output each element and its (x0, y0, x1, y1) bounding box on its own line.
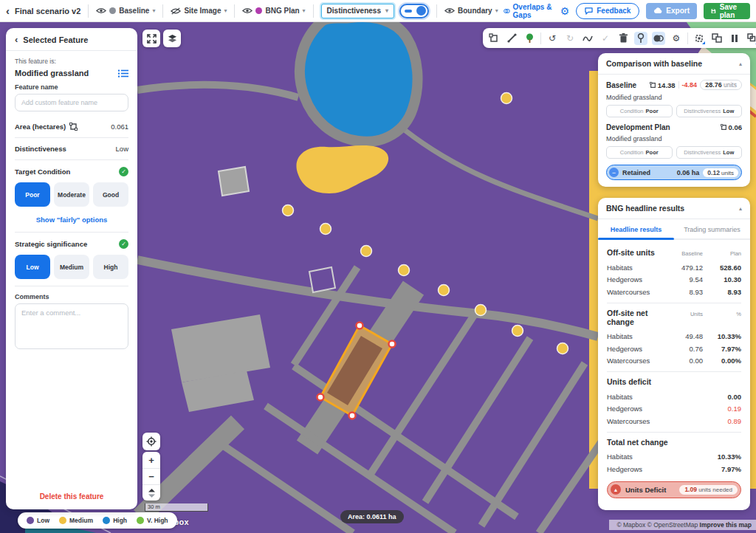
split-tool[interactable] (728, 32, 741, 45)
overlaps-gaps-button[interactable]: Overlaps & Gaps (504, 3, 554, 19)
significance-medium-button[interactable]: Medium (54, 255, 89, 279)
draw-polygon-tool[interactable] (487, 32, 501, 45)
improve-map-link[interactable]: Improve this map (700, 521, 752, 529)
distinctiveness-legend: Low Medium High V. High (18, 512, 177, 529)
map-settings-button[interactable]: ⚙ (670, 32, 683, 45)
tree-marker[interactable] (557, 343, 568, 354)
layers-button[interactable] (163, 30, 181, 47)
trash-icon (619, 33, 628, 43)
units-suffix: units (724, 81, 737, 89)
tree-marker[interactable] (361, 246, 372, 257)
condition-moderate-button[interactable]: Moderate (54, 182, 89, 207)
feature-type-value: Modified grassland (15, 69, 89, 78)
display-mode-select[interactable]: Distinctiveness ▾ (321, 4, 394, 18)
draw-line-tool[interactable] (505, 32, 518, 45)
freehand-tool[interactable] (581, 32, 594, 45)
vertex-handle[interactable] (349, 413, 356, 419)
distinctiveness-label: Distinctiveness (15, 145, 66, 153)
vhigh-color-dot (137, 517, 144, 524)
settings-gear-icon[interactable]: ⚙ (560, 6, 570, 16)
polygon-area-icon (650, 82, 656, 89)
chevron-down-icon: ▾ (224, 7, 227, 14)
display-mode-value: Distinctiveness (327, 7, 381, 15)
duplicate-tool[interactable] (746, 32, 756, 45)
baseline-condition-pill: Condition Poor (606, 105, 673, 117)
significance-high-button[interactable]: High (93, 255, 128, 279)
show-fairly-options-link[interactable]: Show "fairly" options (15, 216, 128, 224)
feature-name-input[interactable] (15, 94, 128, 111)
layer-bng-plan-dropdown[interactable]: BNG Plan ▾ (242, 7, 305, 15)
fullscreen-button[interactable] (142, 30, 160, 47)
boundary-dropdown[interactable]: Boundary ▾ (444, 7, 498, 15)
display-mode-toggle[interactable] (399, 4, 429, 18)
app-window: ‹ Final scenario v2 Baseline ▾ Site Imag… (0, 0, 756, 533)
collapse-chevron-icon[interactable]: ▴ (739, 205, 742, 212)
retained-row[interactable]: − Retained 0.06 ha 0.12 units (606, 165, 742, 180)
condition-poor-button[interactable]: Poor (15, 182, 50, 207)
baseline-habitat: Modified grassland (606, 94, 742, 101)
polygon-tool-icon (489, 33, 499, 44)
back-chevron-icon[interactable]: ‹ (15, 35, 18, 44)
delete-button[interactable] (616, 32, 630, 45)
transform-icon (712, 33, 722, 43)
legend-item-medium: Medium (59, 517, 93, 524)
chevron-down-icon: ▾ (152, 7, 155, 14)
vertex-handle[interactable] (357, 323, 363, 329)
select-all-tool[interactable] (693, 32, 706, 45)
layer-baseline-dropdown[interactable]: Baseline ▾ (96, 7, 155, 15)
units-deficit-banner: ▲ Units Deficit 1.09 units needed (607, 481, 741, 498)
merge-shapes-tool[interactable] (652, 32, 665, 45)
collapse-chevron-icon[interactable]: ▴ (739, 61, 742, 67)
tree-marker[interactable] (283, 205, 294, 216)
table-row: Habitats0.00 (607, 391, 741, 403)
undo-button[interactable]: ↺ (546, 32, 559, 45)
plant-tree-tool[interactable] (523, 32, 536, 45)
habitat-list-icon[interactable] (118, 69, 128, 78)
delete-feature-link[interactable]: Delete this feature (15, 492, 128, 501)
strategic-significance-options: Low Medium High (15, 255, 128, 279)
split-icon (731, 34, 738, 43)
tab-trading-summaries[interactable]: Trading summaries (674, 219, 750, 238)
legend-item-high: High (103, 517, 127, 524)
redo-button[interactable]: ↻ (563, 32, 577, 45)
map-pond-high-distinctiveness[interactable] (300, 17, 418, 142)
merge-shapes-icon (653, 34, 664, 43)
snap-pin-tool[interactable] (634, 32, 647, 45)
tree-marker[interactable] (320, 224, 331, 235)
tree-marker[interactable] (501, 93, 512, 104)
transform-tool[interactable] (710, 32, 724, 45)
table-row: Hedgerows7.97% (607, 463, 741, 475)
vertex-handle[interactable] (317, 394, 324, 401)
fullscreen-icon (147, 34, 157, 44)
tree-marker[interactable] (475, 305, 487, 316)
baseline-color-dot (109, 7, 116, 14)
back-chevron-icon[interactable]: ‹ (6, 5, 10, 16)
zoom-out-button[interactable]: − (142, 468, 160, 484)
comment-textarea[interactable] (15, 303, 128, 349)
plan-habitat: Modified grassland (606, 135, 742, 142)
total-net-change-section: Total net change Habitats10.33% Hedgerow… (607, 432, 741, 503)
overlaps-gaps-label: Overlaps & Gaps (513, 3, 554, 19)
area-measurement-tooltip: Area: 0.0611 ha (340, 510, 404, 523)
locate-button[interactable] (142, 433, 160, 450)
divider (234, 4, 235, 18)
panel-title: Selected Feature (23, 35, 88, 44)
export-button[interactable]: Export (646, 3, 697, 19)
confirm-button[interactable]: ✓ (599, 32, 612, 45)
condition-good-button[interactable]: Good (93, 182, 128, 207)
save-plan-button[interactable]: Save plan (704, 3, 750, 19)
feedback-button[interactable]: Feedback (576, 3, 639, 19)
retained-units: 0.12 (707, 169, 720, 176)
significance-low-button[interactable]: Low (15, 255, 50, 279)
vertex-handle[interactable] (389, 341, 396, 348)
tab-headline-results[interactable]: Headline results (598, 219, 674, 238)
save-icon (711, 7, 716, 15)
zoom-in-button[interactable]: + (142, 452, 160, 468)
freehand-icon (583, 34, 593, 43)
eye-icon (444, 7, 455, 14)
tree-marker[interactable] (399, 265, 410, 276)
tree-marker[interactable] (512, 326, 523, 337)
tree-marker[interactable] (439, 285, 450, 296)
layer-site-image-dropdown[interactable]: Site Image ▾ (171, 7, 227, 15)
tilt-button[interactable] (142, 484, 160, 501)
